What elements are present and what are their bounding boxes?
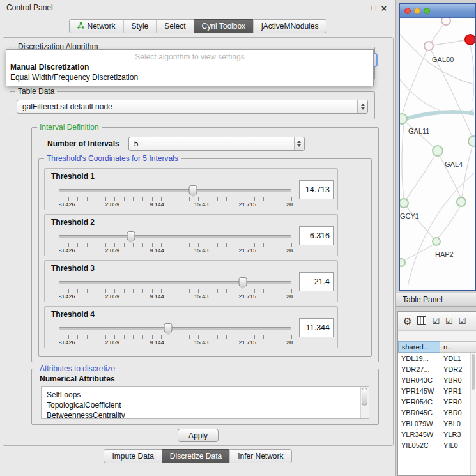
threshold-value-input[interactable]: [299, 272, 334, 291]
group-title: Table Data: [15, 87, 57, 96]
tab-select[interactable]: Select: [156, 19, 193, 33]
threshold-value-input[interactable]: [299, 226, 334, 245]
network-node[interactable]: [424, 41, 434, 51]
list-scrollbar[interactable]: [360, 387, 369, 418]
threshold-2-panel: Threshold 2 -3.4262.8599.14415.4321.7152…: [44, 214, 338, 256]
threshold-slider[interactable]: [59, 231, 291, 242]
tab-style[interactable]: Style: [123, 19, 157, 33]
table-cell: YIL052C: [398, 441, 440, 449]
numerical-attributes-list: SelfLoops TopologicalCoefficient Between…: [41, 386, 369, 419]
threshold-slider-handle[interactable]: [127, 231, 135, 241]
combobox-stepper-icon[interactable]: [357, 100, 367, 113]
algorithm-dropdown-list: Select algorithm to view settings Manual…: [6, 49, 374, 86]
slider-track[interactable]: [59, 327, 291, 330]
scrollbar-thumb[interactable]: [362, 388, 367, 406]
table-cell: YDL19...: [398, 355, 440, 362]
tab-discretize-data[interactable]: Discretize Data: [162, 449, 229, 463]
table-panel-title: Table Panel: [403, 295, 443, 304]
tab-jactivemnodules[interactable]: jActiveMNodules: [253, 19, 326, 33]
network-window-titlebar[interactable]: [400, 4, 475, 18]
threshold-4-panel: Threshold 4 -3.4262.8599.14415.4321.7152…: [44, 306, 338, 348]
threshold-label: Threshold 3: [51, 264, 95, 273]
network-node[interactable]: [432, 145, 443, 157]
column-header-shared-name[interactable]: shared...: [398, 341, 440, 353]
window-title: Control Panel: [6, 3, 369, 12]
column-header-name[interactable]: n...: [440, 341, 476, 353]
float-window-icon[interactable]: □: [369, 3, 379, 12]
interval-definition-group: Interval Definition Number of Intervals …: [31, 127, 379, 362]
table-data-group: Table Data galFiltered.sif default node: [10, 91, 375, 119]
tab-network[interactable]: Network: [69, 19, 123, 33]
table-data-combobox[interactable]: galFiltered.sif default node: [17, 100, 368, 114]
table-scrollbar[interactable]: [470, 353, 476, 475]
threshold-slider-handle[interactable]: [238, 277, 247, 287]
list-item[interactable]: TopologicalCoefficient: [42, 400, 369, 410]
table-row[interactable]: YER054CYER0: [398, 396, 476, 407]
apply-button[interactable]: Apply: [178, 429, 219, 442]
table-row[interactable]: YBR043CYBR0: [398, 374, 476, 385]
close-window-icon[interactable]: ×: [379, 3, 389, 13]
columns-icon[interactable]: [417, 316, 426, 326]
arrow-up-icon: [297, 139, 301, 143]
threshold-slider[interactable]: [59, 185, 291, 196]
combobox-stepper-icon[interactable]: [294, 137, 304, 150]
table-row[interactable]: YLR345WYLR3: [398, 429, 476, 440]
tab-label: Impute Data: [112, 452, 153, 461]
threshold-3-panel: Threshold 3 -3.4262.8599.14415.4321.7152…: [44, 260, 338, 302]
network-node[interactable]: [432, 237, 441, 246]
slider-scale: -3.4262.8599.14415.4321.71528: [59, 201, 293, 208]
threshold-slider-handle[interactable]: [164, 323, 173, 333]
threshold-slider[interactable]: [59, 277, 291, 288]
scale-label: -3.426: [59, 293, 75, 300]
network-node[interactable]: [468, 135, 475, 147]
scale-label: 28: [286, 201, 293, 208]
network-canvas[interactable]: GAL80GAL11GAL4GCY1HAP2: [400, 18, 475, 290]
slider-track[interactable]: [59, 189, 291, 192]
select-all-checkbox-icon[interactable]: ☑: [432, 316, 440, 326]
tab-impute-data[interactable]: Impute Data: [104, 449, 161, 463]
scale-label: 15.43: [194, 339, 209, 346]
zoom-traffic-light-icon[interactable]: [424, 8, 430, 14]
network-node[interactable]: [464, 34, 475, 45]
list-item[interactable]: SelfLoops: [42, 390, 369, 400]
arrow-down-icon: [361, 107, 365, 112]
network-view-window: GAL80GAL11GAL4GCY1HAP2: [399, 3, 476, 291]
dropdown-item-manual-discretization[interactable]: Manual Discretization: [6, 62, 373, 72]
table-row[interactable]: YIL052CYIL0: [398, 440, 476, 450]
close-traffic-light-icon[interactable]: [404, 8, 411, 14]
threshold-value-input[interactable]: [299, 180, 334, 199]
thresholds-group: Threshold's Coordinates for 5 Intervals …: [38, 158, 372, 357]
scale-label: -3.426: [59, 201, 75, 208]
tab-label: Cyni Toolbox: [202, 22, 245, 31]
threshold-value-input[interactable]: [299, 318, 334, 337]
scale-label: -3.426: [59, 247, 75, 254]
threshold-1-panel: Threshold 1 -3.4262.8599.14415.4321.7152…: [44, 168, 338, 210]
scrollbar-thumb[interactable]: [472, 354, 475, 390]
settings-gear-icon[interactable]: ⚙: [403, 316, 411, 327]
minimize-traffic-light-icon[interactable]: [414, 8, 420, 14]
table-cell: YER054C: [398, 398, 440, 406]
tab-cyni-toolbox[interactable]: Cyni Toolbox: [194, 19, 253, 33]
group-title: Interval Definition: [37, 123, 102, 132]
clipped-checkbox-icon[interactable]: ☑: [459, 316, 466, 326]
tab-label: Style: [132, 22, 149, 31]
threshold-slider[interactable]: [59, 323, 291, 334]
slider-track[interactable]: [59, 235, 291, 238]
table-panel-header[interactable]: Table Panel: [396, 293, 476, 307]
network-node[interactable]: [456, 197, 466, 207]
slider-track[interactable]: [59, 281, 291, 284]
select-column-checkbox-icon[interactable]: ☑: [445, 316, 453, 326]
table-row[interactable]: YBR045CYBR0: [398, 407, 476, 418]
table-row[interactable]: YPR145WYPR1: [398, 385, 476, 396]
dropdown-item-equal-width-frequency[interactable]: Equal Width/Frequency Discretization: [6, 72, 373, 82]
tab-infer-network[interactable]: Infer Network: [229, 449, 291, 463]
list-item[interactable]: BetweennessCentrality: [42, 410, 369, 419]
apply-row: Apply: [3, 429, 393, 442]
number-of-intervals-combobox[interactable]: 5: [128, 137, 305, 151]
threshold-slider-handle[interactable]: [189, 185, 197, 195]
table-row[interactable]: YBL079WYBL0: [398, 418, 476, 429]
table-row[interactable]: YDR27...YDR2: [398, 364, 476, 374]
control-panel-titlebar[interactable]: Control Panel □ ×: [0, 0, 395, 15]
table-row[interactable]: YDL19...YDL1: [398, 353, 476, 364]
scale-label: 15.43: [194, 293, 209, 300]
